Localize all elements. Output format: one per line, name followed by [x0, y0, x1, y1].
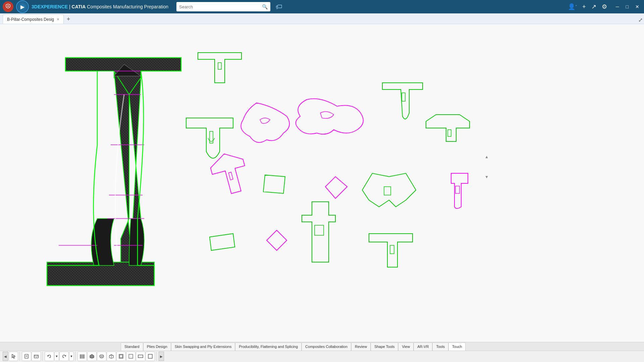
- svg-rect-20: [80, 357, 84, 358]
- tab-standard[interactable]: Standard: [121, 343, 143, 351]
- tool-square[interactable]: [146, 352, 155, 361]
- app-module: Composites Manufacturing Preparation: [86, 4, 168, 9]
- add-tab-button[interactable]: +: [64, 14, 73, 24]
- close-button[interactable]: ✕: [633, 3, 641, 10]
- play-icon: ▶: [20, 4, 24, 10]
- svg-rect-28: [138, 355, 143, 358]
- tool-group-file: [22, 352, 43, 361]
- toolbar-scroll-left[interactable]: ◀: [3, 352, 8, 361]
- ply-magenta-3: [208, 149, 251, 197]
- tab-ar-vr[interactable]: AR-VR: [414, 343, 432, 351]
- tool-group-select: [9, 352, 20, 361]
- ply-1: [198, 53, 241, 83]
- ply-magenta-2: [296, 99, 363, 134]
- tab-shape-tools[interactable]: Shape Tools: [371, 343, 398, 351]
- bpillar-model: [47, 58, 181, 286]
- svg-text:▼: ▼: [485, 175, 489, 179]
- settings-icon[interactable]: ⚙: [602, 3, 607, 10]
- main-canvas: ▲ ▼: [0, 24, 644, 342]
- ply-small-2: [210, 234, 235, 250]
- app-logo: [3, 1, 13, 12]
- tag-icon[interactable]: 🏷: [276, 3, 282, 11]
- tool-shell[interactable]: [97, 352, 106, 361]
- app-title: 3DEXPERIENCE | CATIA Composites Manufact…: [32, 4, 168, 9]
- tab-close-icon[interactable]: ✕: [57, 17, 59, 21]
- tool-list[interactable]: [77, 352, 87, 361]
- ply-diamond-2: [325, 177, 347, 198]
- tool-hidden[interactable]: [126, 352, 136, 361]
- tab-skin-swapping[interactable]: Skin Swapping and Ply Extensions: [171, 343, 235, 351]
- tool-group-view: [77, 352, 157, 361]
- tool-undo-dropdown[interactable]: ▼: [54, 352, 59, 361]
- toolbar-tabs: Standard Plies Design Skin Swapping and …: [0, 342, 644, 351]
- tool-new[interactable]: [22, 352, 31, 361]
- maximize-button[interactable]: □: [624, 3, 631, 10]
- tool-redo[interactable]: [59, 352, 69, 361]
- play-button[interactable]: ▶: [16, 0, 29, 13]
- tabbar: B-Pillar-Composites Desig ✕ + ⤢: [0, 13, 644, 24]
- toolbar-icons: ◀ ▼ ▼: [0, 351, 644, 362]
- toolbar-scroll-right[interactable]: ▶: [159, 352, 164, 361]
- tab-label: B-Pillar-Composites Desig: [7, 17, 54, 22]
- ply-4: [426, 115, 470, 141]
- svg-rect-19: [80, 356, 84, 357]
- tab-plies-design[interactable]: Plies Design: [143, 343, 171, 351]
- svg-point-22: [101, 356, 103, 357]
- tool-edges[interactable]: [116, 352, 126, 361]
- ply-diamond-1: [267, 230, 287, 250]
- ply-magenta-1: [241, 103, 289, 142]
- main-tab[interactable]: B-Pillar-Composites Desig ✕: [3, 14, 64, 24]
- search-bar[interactable]: 🔍: [176, 2, 270, 11]
- search-icon: 🔍: [262, 4, 268, 9]
- tab-tools[interactable]: Tools: [432, 343, 448, 351]
- window-controls: ─ □ ✕: [614, 3, 641, 10]
- ply-5: [302, 202, 335, 262]
- share-icon[interactable]: ↗: [591, 3, 596, 10]
- tool-rect[interactable]: [136, 352, 145, 361]
- ply-small-1: [263, 175, 285, 193]
- tab-producibility[interactable]: Producibility, Flattening and Splicing: [235, 343, 302, 351]
- search-input[interactable]: [179, 4, 262, 9]
- ply-magenta-4: [451, 173, 468, 208]
- expand-button[interactable]: ⤢: [638, 17, 643, 23]
- svg-rect-18: [80, 355, 84, 356]
- user-icon[interactable]: 👤+: [568, 3, 577, 10]
- svg-point-21: [100, 355, 104, 358]
- tool-undo[interactable]: [45, 352, 54, 361]
- svg-rect-26: [120, 355, 122, 358]
- ply-3: [382, 83, 423, 119]
- tab-view[interactable]: View: [398, 343, 414, 351]
- app-name-3dx: 3DEXPERIENCE: [32, 4, 68, 9]
- add-icon[interactable]: +: [582, 3, 586, 10]
- tool-shading[interactable]: [87, 352, 97, 361]
- tab-touch[interactable]: Touch: [448, 343, 466, 351]
- minimize-button[interactable]: ─: [614, 3, 621, 10]
- app-name-catia: CATIA: [72, 4, 86, 9]
- tool-select[interactable]: [9, 352, 18, 361]
- ply-6: [369, 234, 413, 267]
- shape-canvas: ▲ ▼: [0, 24, 644, 342]
- svg-text:▲: ▲: [485, 155, 489, 159]
- tool-group-undo: ▼ ▼: [45, 352, 75, 361]
- scroll-indicator: ▲ ▼: [485, 155, 489, 179]
- ply-2: [186, 118, 233, 158]
- titlebar: ▶ 3DEXPERIENCE | CATIA Composites Manufa…: [0, 0, 644, 13]
- ply-7: [362, 173, 416, 207]
- bottom-toolbar: Standard Plies Design Skin Swapping and …: [0, 342, 644, 362]
- app-separator: |: [68, 4, 71, 9]
- svg-rect-29: [148, 354, 152, 358]
- tab-review[interactable]: Review: [351, 343, 371, 351]
- right-icons: 👤+ + ↗ ⚙: [568, 3, 607, 10]
- tool-redo-dropdown[interactable]: ▼: [69, 352, 74, 361]
- tool-open-dropdown[interactable]: [32, 352, 41, 361]
- tool-wireframe[interactable]: [107, 352, 116, 361]
- svg-point-0: [7, 5, 9, 7]
- tab-composites-collab[interactable]: Composites Collaboration: [302, 343, 351, 351]
- svg-rect-14: [25, 354, 28, 358]
